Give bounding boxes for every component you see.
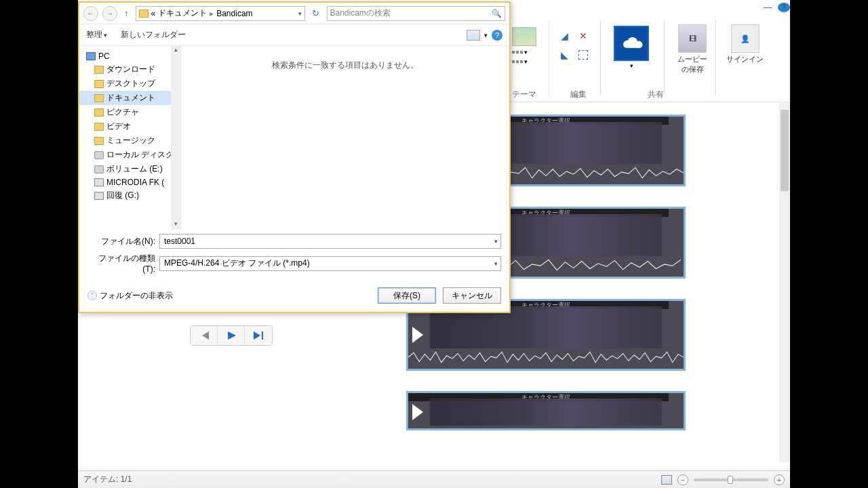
zoom-slider[interactable]	[694, 479, 768, 481]
new-folder-button[interactable]: 新しいフォルダー	[121, 29, 186, 41]
back-button[interactable]: ←	[83, 6, 98, 21]
tree-cdrive[interactable]: ローカル ディスク (C:)	[79, 148, 180, 162]
filetype-select[interactable]: MPEG-4/H.264 ビデオ ファイル (*.mp4)▾	[159, 256, 501, 271]
ribbon-group-share: 共有	[648, 89, 664, 100]
folder-icon	[139, 9, 149, 18]
filetype-label: ファイルの種類(T):	[87, 253, 155, 274]
tree-gdrive[interactable]: 回復 (G:)	[79, 188, 180, 203]
filename-label: ファイル名(N):	[87, 236, 155, 247]
tree-fdrive[interactable]: MICRODIA FK (	[79, 176, 180, 188]
status-item-count: アイテム: 1/1	[83, 474, 132, 485]
help-icon[interactable]: ?	[778, 3, 790, 12]
up-button[interactable]: ↑	[121, 8, 132, 18]
chevron-up-icon: ˄	[87, 291, 97, 300]
user-icon: 👤	[731, 24, 760, 53]
view-mode-icon[interactable]	[661, 475, 672, 485]
ribbon-group-theme: テーマ	[512, 89, 536, 100]
next-frame-button[interactable]	[245, 326, 272, 345]
play-icon	[412, 404, 423, 420]
minimize-button[interactable]: —	[762, 3, 774, 12]
delete-icon[interactable]: ✕	[576, 29, 590, 43]
tree-scrollbar[interactable]: ▴▾	[171, 46, 180, 230]
prev-frame-button[interactable]	[191, 326, 218, 345]
forward-button[interactable]: →	[102, 6, 117, 21]
rotate-icon[interactable]: ◢	[557, 29, 571, 43]
organize-menu[interactable]: 整理▾	[86, 29, 107, 41]
save-button[interactable]: 保存(S)	[378, 287, 436, 304]
tree-desktop[interactable]: デスクトップ	[79, 77, 180, 91]
player-controls	[190, 325, 273, 346]
onedrive-button[interactable]	[614, 26, 649, 61]
select-all-icon[interactable]	[578, 50, 588, 60]
vertical-scrollbar[interactable]	[779, 103, 790, 462]
tree-video[interactable]: ビデオ	[79, 119, 180, 134]
save-dialog: ← → ↑ « ドキュメント ▸ Bandicam ▾ ↻ Bandicamの検…	[78, 1, 511, 313]
tree-downloads[interactable]: ダウンロード	[79, 62, 180, 77]
play-button[interactable]	[218, 326, 245, 345]
tree-documents[interactable]: ドキュメント	[79, 91, 180, 105]
tree-music[interactable]: ミュージック	[79, 134, 180, 148]
movie-icon: 🎞	[678, 24, 707, 53]
movie-save-button[interactable]: 🎞 ムービー の保存	[677, 24, 707, 75]
folder-tree: PC ダウンロード デスクトップ ドキュメント ピクチャ ビデオ ミュージック …	[79, 46, 181, 230]
zoom-out-button[interactable]: −	[677, 474, 688, 485]
filename-input[interactable]: test0001▾	[159, 234, 501, 249]
view-options-button[interactable]	[467, 30, 480, 41]
signin-button[interactable]: 👤 サインイン	[726, 24, 764, 64]
file-list-pane: 検索条件に一致する項目はありません。	[181, 46, 509, 230]
rotate2-icon[interactable]: ◣	[557, 48, 571, 62]
search-icon[interactable]: 🔍	[492, 9, 502, 18]
cancel-button[interactable]: キャンセル	[443, 287, 501, 304]
tree-evol[interactable]: ボリューム (E:)	[79, 162, 180, 176]
edit-tools: ◢ ✕ ◣	[557, 28, 591, 62]
breadcrumb[interactable]: « ドキュメント ▸ Bandicam ▾	[136, 6, 305, 21]
tree-pictures[interactable]: ピクチャ	[79, 105, 180, 119]
dialog-help-icon[interactable]: ?	[492, 30, 502, 41]
timeline-clip[interactable]: キャラクター選択	[406, 391, 686, 430]
hide-folders-toggle[interactable]: ˄ フォルダーの非表示	[87, 290, 173, 302]
ribbon-group-edit: 編集	[570, 89, 587, 100]
play-icon	[412, 327, 423, 343]
tree-pc[interactable]: PC	[79, 50, 180, 62]
empty-message: 検索条件に一致する項目はありません。	[272, 60, 418, 70]
chevron-down-icon[interactable]: ▾	[298, 10, 302, 17]
refresh-button[interactable]: ↻	[309, 6, 323, 21]
theme-thumb[interactable]	[512, 27, 536, 46]
search-input[interactable]: Bandicamの検索 🔍	[327, 6, 506, 21]
zoom-in-button[interactable]: +	[774, 474, 785, 485]
